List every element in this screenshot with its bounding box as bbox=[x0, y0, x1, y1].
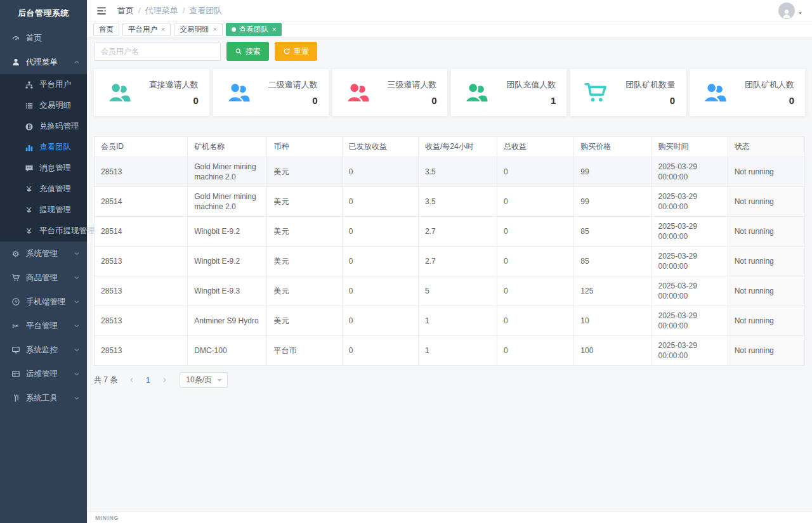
sidebar-item[interactable]: 消息管理 bbox=[0, 158, 87, 179]
table-cell: 3.5 bbox=[418, 157, 497, 187]
sidebar-item[interactable]: 平台用户 bbox=[0, 74, 87, 95]
search-icon bbox=[235, 48, 242, 55]
chevron-down-icon bbox=[73, 346, 81, 354]
reset-button[interactable]: 重置 bbox=[275, 42, 317, 61]
tab-active[interactable]: 查看团队× bbox=[226, 23, 282, 36]
sidebar-item[interactable]: 手机端管理 bbox=[0, 290, 87, 314]
search-button[interactable]: 搜索 bbox=[226, 42, 269, 61]
stat-card-label: 团队矿机数量 bbox=[625, 79, 675, 91]
sidebar-item[interactable]: 商品管理 bbox=[0, 266, 87, 290]
breadcrumb-separator: / bbox=[138, 6, 141, 15]
sidebar-item[interactable]: ⚙系统管理 bbox=[0, 242, 87, 266]
cart-icon bbox=[11, 273, 20, 283]
table-row[interactable]: 28513DMC-100平台币0101002025-03-29 00:00:00… bbox=[95, 336, 805, 366]
table-row[interactable]: 28514Gold Miner mining machine 2.0美元03.5… bbox=[95, 187, 805, 217]
table-cell: Wingbit E-9.3 bbox=[188, 276, 267, 306]
sidebar-item[interactable]: ¥平台币提现管理 bbox=[0, 221, 87, 242]
table-row[interactable]: 28513Wingbit E-9.3美元0501252025-03-29 00:… bbox=[95, 276, 805, 306]
table-cell: 28513 bbox=[95, 157, 188, 187]
table-cell: Wingbit E-9.2 bbox=[188, 217, 267, 247]
sidebar-item[interactable]: 交易明细 bbox=[0, 95, 87, 116]
users-icon bbox=[225, 80, 252, 105]
sidebar-submenu: 平台用户交易明细兑换码管理查看团队消息管理¥充值管理¥提现管理¥平台币提现管理 bbox=[0, 74, 87, 242]
dashboard-icon bbox=[11, 34, 20, 43]
breadcrumb-item[interactable]: 代理菜单 bbox=[145, 5, 178, 16]
table-cell: Antminer S9 Hydro bbox=[188, 306, 267, 336]
stat-card-label: 团队充值人数 bbox=[506, 79, 556, 91]
sidebar-item-label: 首页 bbox=[26, 33, 42, 44]
sidebar-item-label: 平台币提现管理 bbox=[39, 226, 95, 236]
sidebar-item[interactable]: 系统监控 bbox=[0, 338, 87, 362]
tab-item[interactable]: 首页 bbox=[93, 23, 119, 36]
sidebar-item[interactable]: 代理菜单 bbox=[0, 50, 87, 74]
sidebar-item[interactable]: 运维管理 bbox=[0, 362, 87, 386]
tab-item[interactable]: 交易明细× bbox=[174, 23, 222, 36]
table-row[interactable]: 28513Wingbit E-9.2美元02.70852025-03-29 00… bbox=[95, 247, 805, 276]
table-row[interactable]: 28513Antminer S9 Hydro美元010102025-03-29 … bbox=[95, 306, 805, 336]
table-cell: 125 bbox=[574, 276, 652, 306]
table-cell: 28514 bbox=[95, 217, 188, 247]
tab-close-icon[interactable]: × bbox=[161, 26, 165, 33]
stat-card: 二级邀请人数0 bbox=[213, 69, 329, 116]
table-cell: 0 bbox=[342, 306, 418, 336]
sidebar-item[interactable]: ¥提现管理 bbox=[0, 200, 87, 221]
tab-close-icon[interactable]: × bbox=[213, 26, 216, 33]
sidebar-toggle-icon[interactable] bbox=[96, 5, 107, 16]
page-size-select[interactable]: 10条/页 bbox=[180, 372, 228, 388]
sidebar-item[interactable]: ✂平台管理 bbox=[0, 314, 87, 338]
table-cell: 1 bbox=[418, 336, 497, 366]
chevron-down-icon bbox=[73, 394, 81, 402]
breadcrumb-item[interactable]: 首页 bbox=[117, 5, 134, 16]
sidebar-item[interactable]: ¥充值管理 bbox=[0, 179, 87, 200]
tab-item[interactable]: 平台用户× bbox=[122, 23, 171, 36]
agent-icon bbox=[11, 58, 20, 67]
sidebar-item-label: 商品管理 bbox=[26, 273, 58, 283]
table-cell: 28513 bbox=[95, 306, 188, 336]
sidebar-item-label: 交易明细 bbox=[39, 100, 71, 111]
sidebar-item[interactable]: 查看团队 bbox=[0, 137, 87, 158]
table-cell: 99 bbox=[574, 157, 652, 187]
sidebar-item[interactable]: 系统工具 bbox=[0, 386, 87, 410]
sidebar-item[interactable]: 兑换码管理 bbox=[0, 116, 87, 137]
table-row[interactable]: 28513Gold Miner mining machine 2.0美元03.5… bbox=[95, 157, 805, 187]
ops-icon bbox=[11, 370, 20, 379]
table-cell: DMC-100 bbox=[188, 336, 267, 366]
sidebar-item-label: 消息管理 bbox=[39, 163, 71, 174]
table-cell: 0 bbox=[497, 187, 574, 217]
stat-card-text: 二级邀请人数0 bbox=[268, 79, 318, 106]
prev-page-button[interactable] bbox=[124, 373, 139, 388]
app-title: 后台管理系统 bbox=[0, 0, 87, 26]
sidebar-item-label: 系统监控 bbox=[26, 345, 58, 356]
sitemap-icon bbox=[24, 80, 34, 89]
search-row: 搜索 重置 bbox=[94, 42, 805, 61]
sidebar-item-label: 手机端管理 bbox=[26, 297, 66, 307]
user-menu[interactable] bbox=[778, 3, 803, 19]
next-page-button[interactable] bbox=[157, 373, 172, 388]
content: 搜索 重置 直接邀请人数0二级邀请人数0三级邀请人数0团队充值人数1团队矿机数量… bbox=[87, 37, 812, 512]
yen-icon: ¥ bbox=[24, 205, 34, 215]
table-column-header: 已发放收益 bbox=[342, 137, 418, 157]
sidebar-item[interactable]: 首页 bbox=[0, 26, 87, 50]
page-number[interactable]: 1 bbox=[140, 373, 155, 388]
message-icon bbox=[24, 164, 34, 173]
avatar[interactable] bbox=[778, 3, 795, 19]
stat-card-label: 直接邀请人数 bbox=[149, 79, 199, 91]
tab-label: 首页 bbox=[99, 25, 114, 34]
table-cell: Not running bbox=[728, 217, 804, 247]
stat-card-value: 0 bbox=[268, 95, 318, 106]
table-cell: 0 bbox=[342, 247, 418, 276]
search-input[interactable] bbox=[94, 42, 221, 61]
tab-close-icon[interactable]: × bbox=[272, 26, 276, 33]
table-cell: 2025-03-29 00:00:00 bbox=[652, 157, 728, 187]
stat-card-value: 0 bbox=[745, 95, 794, 106]
table-cell: 28513 bbox=[95, 336, 188, 366]
stat-card-text: 三级邀请人数0 bbox=[387, 79, 436, 106]
table-cell: 0 bbox=[342, 336, 418, 366]
table-cell: 0 bbox=[497, 157, 574, 187]
table-wrap: 会员ID矿机名称币种已发放收益收益/每24小时总收益购买价格购买时间状态 285… bbox=[94, 136, 805, 366]
table-cell: 28514 bbox=[95, 187, 188, 217]
table-cell: Not running bbox=[728, 247, 804, 276]
tab-bar: 首页平台用户×交易明细×查看团队× bbox=[87, 21, 812, 37]
table-row[interactable]: 28514Wingbit E-9.2美元02.70852025-03-29 00… bbox=[95, 217, 805, 247]
sidebar-item-label: 系统管理 bbox=[26, 249, 58, 259]
